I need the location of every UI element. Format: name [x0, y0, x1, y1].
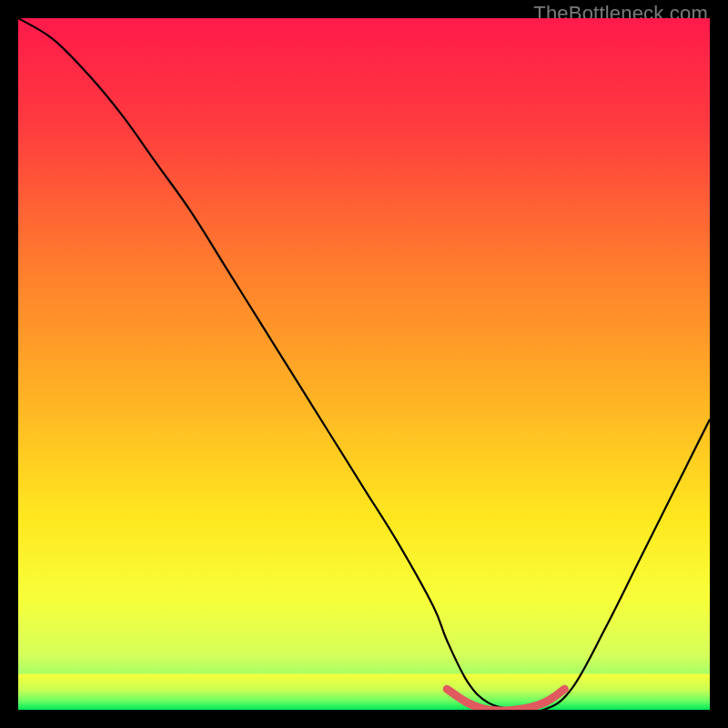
bottleneck-chart — [18, 18, 710, 710]
gradient-background — [18, 18, 710, 710]
gradient-bottom-band — [18, 674, 710, 711]
